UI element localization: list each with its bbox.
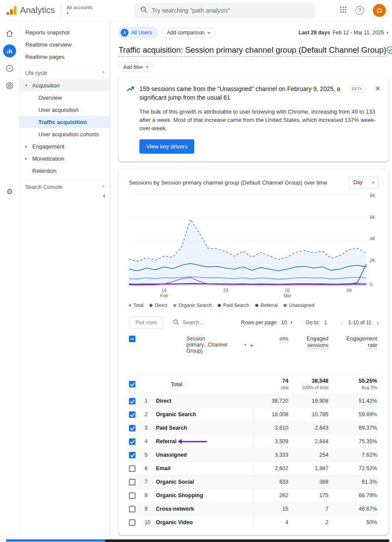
engagement-rate-value: 75.35% bbox=[328, 438, 379, 444]
help-icon[interactable]: ? bbox=[355, 6, 364, 15]
bottom-scrollbar bbox=[0, 539, 392, 542]
plot-rows-button[interactable]: Plot rows bbox=[129, 316, 163, 329]
row-checkbox[interactable] bbox=[129, 479, 135, 485]
select-all-checkbox[interactable] bbox=[129, 336, 135, 342]
avatar[interactable]: O bbox=[373, 4, 386, 17]
app-root: Analytics All accounts ▾ ? O bbox=[0, 0, 392, 542]
topbar-divider bbox=[61, 4, 61, 17]
sidebar-item-overview[interactable]: Overview bbox=[19, 91, 110, 104]
row-checkbox[interactable] bbox=[129, 425, 135, 431]
sidebar-item-monetization[interactable]: ▸ Monetization bbox=[19, 152, 110, 165]
sessions-value: 633 bbox=[253, 475, 288, 489]
legend-label: Unassigned bbox=[289, 303, 314, 308]
rows-per-page-label: Rows per page: bbox=[241, 320, 278, 326]
icon-rail: ⚙ bbox=[0, 21, 19, 542]
legend-item: Direct bbox=[149, 303, 167, 308]
chevron-down-icon: ▾ bbox=[67, 11, 92, 16]
legend-item: Organic Search bbox=[173, 303, 212, 308]
dimension-selector[interactable]: Session primary...Channel Group) ▾ + bbox=[186, 336, 253, 354]
sidebar-section-search-console[interactable]: Search Console ^ bbox=[19, 180, 110, 193]
sidebar-item-user-acquisition-cohorts[interactable]: User acquisition cohorts bbox=[19, 128, 110, 140]
admin-gear-icon[interactable]: ⚙ bbox=[0, 187, 19, 196]
referral-annotation-arrow bbox=[182, 441, 207, 442]
row-checkbox[interactable] bbox=[129, 506, 135, 512]
total-rate-sub: Avg 0% bbox=[362, 384, 377, 391]
channel-name: Organic Shopping bbox=[156, 492, 203, 498]
goto-page[interactable]: Go to: 1 bbox=[305, 320, 327, 326]
engagement-rate-value: 69.37% bbox=[328, 425, 379, 431]
table-search-input[interactable] bbox=[182, 320, 222, 326]
data-quality-check-icon[interactable] bbox=[386, 46, 392, 56]
explore-icon[interactable] bbox=[3, 62, 16, 75]
apps-grid-icon[interactable] bbox=[340, 6, 347, 15]
filter-bar: Add filter + bbox=[118, 62, 389, 71]
total-sessions: 74 bbox=[282, 378, 288, 384]
table-search[interactable] bbox=[173, 319, 222, 327]
table-row: 2Organic Search18,00810,78559.89% bbox=[129, 407, 379, 421]
segment-avatar: A bbox=[121, 29, 128, 37]
search-bar[interactable] bbox=[134, 3, 315, 18]
date-range-selector[interactable]: Last 28 days Feb 12 - Mar 11, 2025 ▾ bbox=[299, 30, 389, 36]
y-tick-label: 2K bbox=[370, 258, 379, 263]
sidebar-item-traffic-acquisition[interactable]: Traffic acquisition bbox=[19, 116, 110, 128]
pagination: ‹ 1-10 of 11 › bbox=[341, 319, 379, 327]
channel-name: Cross-network bbox=[156, 506, 194, 512]
search-input[interactable] bbox=[152, 7, 309, 14]
channel-name: Paid Search bbox=[156, 425, 187, 431]
row-checkbox[interactable] bbox=[129, 438, 135, 445]
column-header-engaged-sessions[interactable]: Engaged sessions bbox=[288, 336, 328, 349]
engagement-rate-value: 66.79% bbox=[328, 492, 379, 498]
insight-headline: 159 sessions came from the "Unassigned" … bbox=[139, 84, 344, 102]
row-checkbox[interactable] bbox=[129, 452, 135, 458]
sidebar-item-label: Realtime overview bbox=[25, 41, 71, 48]
close-icon[interactable]: ✕ bbox=[375, 84, 381, 93]
view-key-drivers-button[interactable]: View key drivers bbox=[139, 139, 194, 154]
chevron-down-icon: ▾ bbox=[291, 320, 293, 325]
sidebar-item-realtime-pages[interactable]: Realtime pages bbox=[19, 50, 110, 63]
row-checkbox[interactable] bbox=[129, 492, 135, 499]
row-checkbox[interactable] bbox=[129, 465, 135, 472]
column-header-sessions[interactable]: ons bbox=[253, 336, 288, 342]
table-row: 5Unassigned3,3332547.62% bbox=[129, 448, 379, 461]
rows-per-page-selector[interactable]: Rows per page: 10 ▾ bbox=[241, 320, 293, 326]
account-switcher[interactable]: All accounts ▾ bbox=[67, 5, 92, 16]
total-row-checkbox[interactable] bbox=[129, 381, 135, 387]
pagination-label: 1-10 of 11 bbox=[348, 320, 372, 326]
reports-icon[interactable] bbox=[3, 44, 16, 57]
scrollbar-thumb[interactable] bbox=[105, 539, 389, 542]
add-dimension-icon[interactable]: + bbox=[250, 341, 253, 349]
plus-icon: + bbox=[207, 30, 211, 36]
main-content: A All Users Add comparison + Last 28 day… bbox=[110, 21, 392, 542]
sidebar-collapse-button[interactable]: ‹ bbox=[103, 192, 105, 199]
column-header-engagement-rate[interactable]: Engagement rate bbox=[328, 336, 379, 349]
sidebar-item-retention[interactable]: Retention bbox=[19, 165, 110, 177]
engaged-sessions-value: 19,908 bbox=[288, 398, 328, 404]
sidebar-item-label: Traffic acquisition bbox=[38, 119, 87, 125]
sidebar-section-life-cycle[interactable]: Life cycle ^ bbox=[19, 66, 110, 79]
sidebar-item-realtime-overview[interactable]: Realtime overview bbox=[19, 38, 110, 50]
sidebar-item-reports-snapshot[interactable]: Reports snapshot bbox=[19, 26, 110, 38]
row-checkbox[interactable] bbox=[129, 519, 135, 526]
row-checkbox[interactable] bbox=[129, 411, 135, 418]
table-row: 8Organic Shopping26217566.79% bbox=[129, 488, 379, 502]
chevron-down-icon: ▾ bbox=[386, 30, 389, 35]
chevron-down-icon: ▾ bbox=[372, 180, 374, 185]
engaged-sessions-value: 7 bbox=[288, 506, 328, 512]
add-comparison-chip[interactable]: Add comparison + bbox=[161, 28, 216, 38]
all-users-chip[interactable]: A All Users bbox=[118, 27, 158, 38]
sidebar-item-acquisition[interactable]: ▾ Acquisition bbox=[19, 79, 110, 91]
x-tick-label: 02Mar bbox=[284, 288, 291, 298]
row-checkbox[interactable] bbox=[129, 398, 135, 404]
advertising-icon[interactable] bbox=[3, 79, 16, 92]
home-icon[interactable] bbox=[3, 27, 16, 40]
add-filter-chip[interactable]: Add filter + bbox=[118, 62, 154, 71]
topbar-actions: ? O bbox=[340, 4, 386, 17]
sidebar-item-user-acquisition[interactable]: User acquisition bbox=[19, 104, 110, 116]
beta-badge: BETA bbox=[348, 85, 366, 92]
previous-page-icon[interactable]: ‹ bbox=[341, 319, 343, 327]
legend-dot bbox=[255, 304, 258, 307]
scrollbar-track-accent bbox=[6, 539, 105, 542]
next-page-icon[interactable]: › bbox=[377, 319, 379, 327]
interval-selector[interactable]: Day ▾ bbox=[348, 176, 379, 189]
sidebar-item-engagement[interactable]: ▸ Engagement bbox=[19, 140, 110, 152]
